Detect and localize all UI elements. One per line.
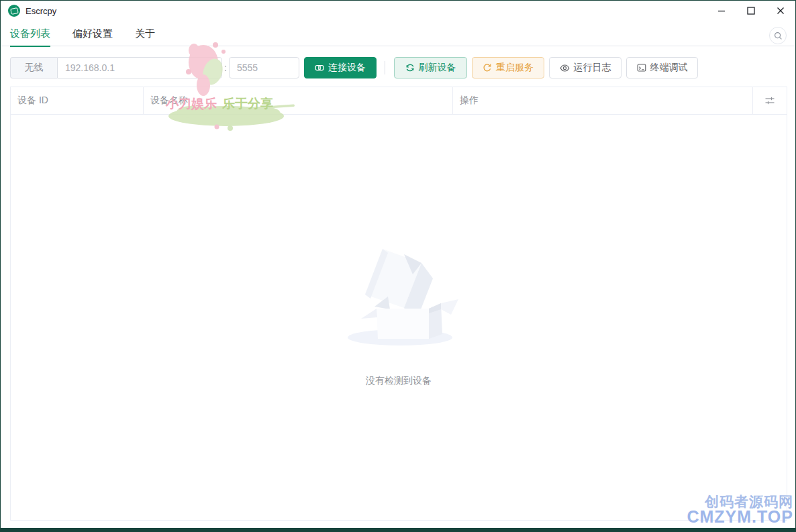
app-title: Escrcpy (26, 6, 56, 16)
tab-about-label: 关于 (135, 28, 155, 40)
connection-toolbar: 无线 : 连接设备 刷新设备 重启服务 运行日志 终端调试 (10, 57, 786, 78)
maximize-icon (747, 7, 755, 15)
refresh-devices-label: 刷新设备 (419, 62, 456, 74)
terminal-icon (637, 63, 646, 72)
link-icon (315, 63, 324, 72)
column-settings-button[interactable] (752, 87, 787, 114)
sliders-icon (764, 95, 775, 106)
ip-address-input[interactable] (57, 57, 222, 78)
maximize-button[interactable] (736, 1, 766, 21)
device-table: 设备 ID 设备名称 操作 (10, 87, 787, 521)
connect-device-label: 连接设备 (328, 62, 366, 74)
column-operations: 操作 (452, 87, 752, 114)
empty-box-illustration (338, 240, 459, 347)
minimize-icon (717, 7, 726, 15)
search-icon (774, 32, 783, 40)
close-button[interactable] (766, 1, 795, 21)
refresh-icon (405, 63, 415, 72)
app-window: Escrcpy 设备列表 偏好设置 关于 无线 : (0, 0, 796, 532)
app-icon (8, 5, 20, 17)
minimize-button[interactable] (707, 1, 736, 21)
column-device-id: 设备 ID (11, 87, 143, 114)
restart-service-label: 重启服务 (496, 62, 534, 74)
refresh-devices-button[interactable]: 刷新设备 (394, 57, 467, 78)
tab-bar: 设备列表 偏好设置 关于 (1, 21, 795, 46)
terminal-debug-button[interactable]: 终端调试 (626, 57, 698, 78)
close-icon (777, 7, 785, 15)
toolbar-divider (385, 61, 385, 74)
window-controls (707, 1, 795, 21)
tab-device-list[interactable]: 设备列表 (10, 21, 50, 46)
tab-preferences[interactable]: 偏好设置 (72, 21, 113, 46)
run-logs-label: 运行日志 (574, 62, 611, 74)
wireless-label: 无线 (10, 57, 57, 78)
restart-service-button[interactable]: 重启服务 (472, 57, 544, 78)
tab-about[interactable]: 关于 (135, 21, 155, 46)
search-button[interactable] (769, 27, 787, 44)
empty-state: 没有检测到设备 (338, 115, 459, 387)
tab-device-list-label: 设备列表 (10, 28, 50, 40)
restart-icon (483, 63, 492, 72)
ip-port-separator: : (222, 62, 229, 73)
terminal-debug-label: 终端调试 (650, 62, 688, 74)
eye-icon (560, 63, 570, 73)
table-header: 设备 ID 设备名称 操作 (11, 87, 787, 115)
column-device-name: 设备名称 (143, 87, 452, 114)
empty-state-text: 没有检测到设备 (366, 375, 432, 387)
tab-preferences-label: 偏好设置 (72, 28, 113, 40)
port-input[interactable] (229, 57, 299, 78)
connect-device-button[interactable]: 连接设备 (304, 57, 377, 78)
titlebar: Escrcpy (1, 1, 795, 21)
run-logs-button[interactable]: 运行日志 (549, 57, 621, 78)
table-body: 没有检测到设备 (11, 115, 787, 521)
